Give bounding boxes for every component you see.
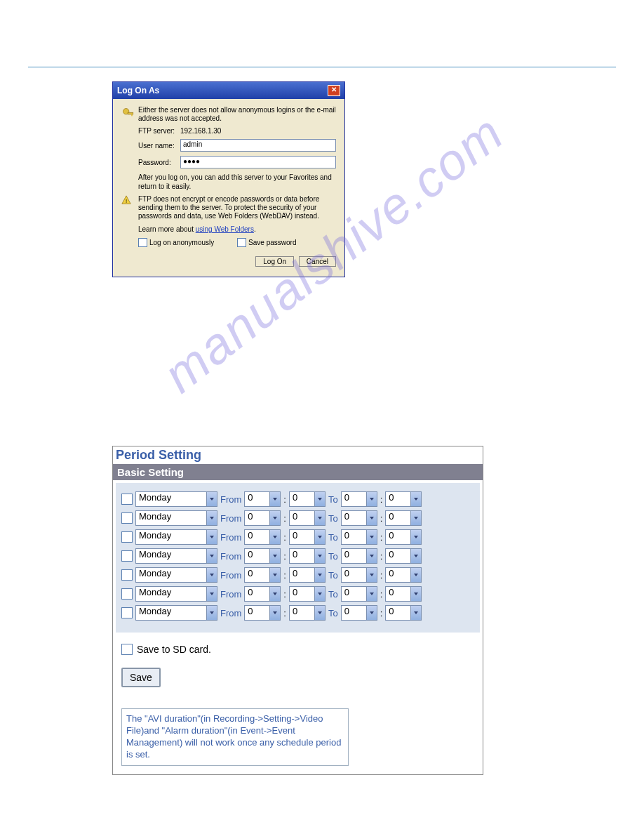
day-select[interactable]: Monday (135, 567, 217, 583)
from-hour-select[interactable]: 0 (244, 510, 281, 526)
period-enable-checkbox[interactable] (121, 607, 133, 618)
period-rows-container: MondayFrom0:0To0:0MondayFrom0:0To0:0Mond… (116, 483, 480, 633)
time-colon: : (283, 494, 286, 505)
from-label: From (220, 589, 241, 600)
dialog-title-text: Log On As (117, 86, 159, 95)
from-label: From (220, 551, 241, 562)
to-hour-select[interactable]: 0 (341, 510, 377, 526)
from-hour-select[interactable]: 0 (244, 548, 281, 564)
to-label: To (328, 608, 338, 618)
from-hour-select[interactable]: 0 (244, 529, 281, 545)
svg-rect-1 (128, 112, 133, 114)
day-select[interactable]: Monday (135, 510, 217, 526)
from-label: From (220, 513, 241, 524)
save-sd-label: Save to SD card. (137, 644, 211, 655)
day-select[interactable]: Monday (135, 491, 217, 507)
password-field[interactable]: ●●●● (180, 156, 336, 168)
panel-subtitle: Basic Setting (113, 464, 483, 480)
from-hour-select[interactable]: 0 (244, 605, 281, 621)
from-min-select[interactable]: 0 (289, 567, 326, 583)
from-min-select[interactable]: 0 (289, 491, 326, 507)
time-colon: : (283, 608, 286, 618)
dialog-titlebar: Log On As ✕ (113, 82, 344, 99)
logon-dialog: Log On As ✕ Either the server does not a… (112, 81, 345, 277)
period-enable-checkbox[interactable] (121, 569, 133, 581)
day-select[interactable]: Monday (135, 586, 217, 602)
to-hour-select[interactable]: 0 (341, 548, 377, 564)
to-min-select[interactable]: 0 (385, 491, 422, 507)
to-hour-select[interactable]: 0 (341, 586, 377, 602)
time-colon: : (283, 570, 286, 581)
to-label: To (328, 570, 338, 581)
period-enable-checkbox[interactable] (121, 494, 133, 505)
logon-button[interactable]: Log On (255, 256, 294, 267)
save-password-checkbox[interactable]: Save password (237, 238, 296, 247)
to-min-select[interactable]: 0 (385, 529, 422, 545)
from-hour-select[interactable]: 0 (244, 491, 281, 507)
from-min-select[interactable]: 0 (289, 510, 326, 526)
from-label: From (220, 608, 241, 618)
from-label: From (220, 570, 241, 581)
to-hour-select[interactable]: 0 (341, 491, 377, 507)
save-sd-checkbox[interactable] (121, 644, 133, 655)
anonymous-checkbox[interactable]: Log on anonymously (138, 238, 214, 247)
period-setting-panel: Period Setting Basic Setting MondayFrom0… (112, 446, 483, 775)
to-hour-select[interactable]: 0 (341, 605, 377, 621)
from-label: From (220, 494, 241, 505)
time-colon: : (283, 513, 286, 524)
svg-rect-2 (131, 114, 133, 117)
period-enable-checkbox[interactable] (121, 550, 133, 562)
from-hour-select[interactable]: 0 (244, 586, 281, 602)
to-hour-select[interactable]: 0 (341, 567, 377, 583)
horizontal-rule (28, 67, 616, 67)
time-colon: : (283, 532, 286, 543)
to-min-select[interactable]: 0 (385, 605, 422, 621)
period-row: MondayFrom0:0To0:0 (121, 529, 474, 545)
to-label: To (328, 551, 338, 562)
period-enable-checkbox[interactable] (121, 588, 133, 600)
period-row: MondayFrom0:0To0:0 (121, 510, 474, 526)
key-icon (121, 107, 138, 122)
from-hour-select[interactable]: 0 (244, 567, 281, 583)
time-colon: : (380, 532, 383, 543)
period-row: MondayFrom0:0To0:0 (121, 491, 474, 507)
password-label: Password: (138, 159, 180, 166)
day-select[interactable]: Monday (135, 605, 217, 621)
time-colon: : (380, 589, 383, 600)
cancel-button[interactable]: Cancel (299, 256, 336, 267)
to-min-select[interactable]: 0 (385, 586, 422, 602)
period-enable-checkbox[interactable] (121, 512, 133, 524)
close-icon[interactable]: ✕ (328, 85, 340, 96)
from-min-select[interactable]: 0 (289, 605, 326, 621)
day-select[interactable]: Monday (135, 529, 217, 545)
save-password-checkbox-label: Save password (248, 238, 296, 247)
period-row: MondayFrom0:0To0:0 (121, 586, 474, 602)
panel-title: Period Setting (113, 446, 483, 464)
warning-text: FTP does not encrypt or encode passwords… (138, 195, 336, 220)
day-select[interactable]: Monday (135, 548, 217, 564)
to-min-select[interactable]: 0 (385, 567, 422, 583)
to-min-select[interactable]: 0 (385, 510, 422, 526)
to-label: To (328, 494, 338, 505)
after-logon-text: After you log on, you can add this serve… (138, 173, 336, 191)
period-row: MondayFrom0:0To0:0 (121, 605, 474, 621)
to-label: To (328, 589, 338, 600)
time-colon: : (283, 589, 286, 600)
time-colon: : (380, 513, 383, 524)
from-min-select[interactable]: 0 (289, 529, 326, 545)
web-folders-link[interactable]: using Web Folders (196, 225, 254, 233)
save-button[interactable]: Save (121, 668, 161, 687)
username-field[interactable]: admin (180, 139, 336, 152)
to-min-select[interactable]: 0 (385, 548, 422, 564)
ftp-server-value: 192.168.1.30 (180, 127, 221, 135)
ftp-server-label: FTP server: (138, 127, 180, 135)
from-min-select[interactable]: 0 (289, 586, 326, 602)
from-label: From (220, 532, 241, 543)
period-enable-checkbox[interactable] (121, 531, 133, 543)
to-label: To (328, 513, 338, 524)
to-hour-select[interactable]: 0 (341, 529, 377, 545)
time-colon: : (380, 551, 383, 562)
from-min-select[interactable]: 0 (289, 548, 326, 564)
period-row: MondayFrom0:0To0:0 (121, 567, 474, 583)
time-colon: : (283, 551, 286, 562)
